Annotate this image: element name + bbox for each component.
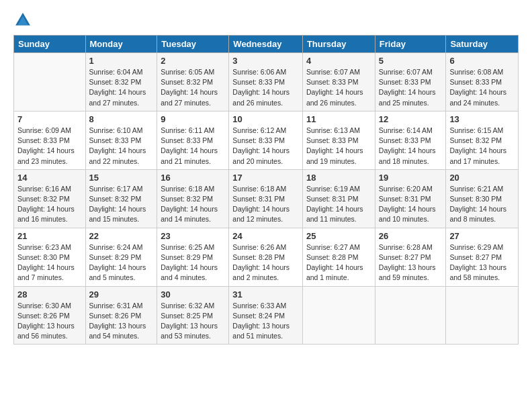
weekday-header-wednesday: Wednesday <box>229 36 303 53</box>
day-number: 2 <box>161 56 225 66</box>
day-number: 17 <box>232 173 299 183</box>
day-number: 3 <box>232 56 299 66</box>
calendar-cell: 14Sunrise: 6:16 AM Sunset: 8:32 PM Dayli… <box>14 169 86 228</box>
logo-icon <box>13 11 32 30</box>
page-header <box>13 11 519 30</box>
calendar-cell: 4Sunrise: 6:07 AM Sunset: 8:33 PM Daylig… <box>302 53 375 111</box>
calendar-cell: 21Sunrise: 6:23 AM Sunset: 8:30 PM Dayli… <box>14 228 86 286</box>
day-info: Sunrise: 6:29 AM Sunset: 8:27 PM Dayligh… <box>449 242 515 283</box>
calendar-cell: 15Sunrise: 6:17 AM Sunset: 8:32 PM Dayli… <box>85 169 157 228</box>
day-info: Sunrise: 6:19 AM Sunset: 8:31 PM Dayligh… <box>306 184 371 225</box>
calendar-cell: 25Sunrise: 6:27 AM Sunset: 8:28 PM Dayli… <box>302 228 375 286</box>
day-info: Sunrise: 6:26 AM Sunset: 8:28 PM Dayligh… <box>232 242 299 283</box>
day-info: Sunrise: 6:30 AM Sunset: 8:26 PM Dayligh… <box>17 301 82 342</box>
calendar-cell <box>302 286 375 345</box>
day-number: 6 <box>449 56 515 66</box>
day-info: Sunrise: 6:32 AM Sunset: 8:25 PM Dayligh… <box>161 301 225 342</box>
day-number: 13 <box>449 114 515 124</box>
calendar-cell: 5Sunrise: 6:07 AM Sunset: 8:33 PM Daylig… <box>375 53 446 111</box>
calendar-cell: 3Sunrise: 6:06 AM Sunset: 8:33 PM Daylig… <box>229 53 303 111</box>
weekday-header-tuesday: Tuesday <box>157 36 229 53</box>
weekday-header-saturday: Saturday <box>446 36 519 53</box>
day-info: Sunrise: 6:07 AM Sunset: 8:33 PM Dayligh… <box>379 67 443 108</box>
day-number: 12 <box>379 114 443 124</box>
weekday-header-sunday: Sunday <box>14 36 86 53</box>
day-info: Sunrise: 6:21 AM Sunset: 8:30 PM Dayligh… <box>449 184 515 225</box>
day-number: 15 <box>89 173 154 183</box>
day-number: 31 <box>232 289 299 300</box>
day-number: 18 <box>306 173 371 183</box>
day-number: 16 <box>161 173 225 183</box>
day-info: Sunrise: 6:13 AM Sunset: 8:33 PM Dayligh… <box>306 126 371 167</box>
day-info: Sunrise: 6:11 AM Sunset: 8:33 PM Dayligh… <box>161 126 225 167</box>
calendar-cell: 28Sunrise: 6:30 AM Sunset: 8:26 PM Dayli… <box>14 286 86 345</box>
calendar-cell <box>375 286 446 345</box>
calendar-cell: 13Sunrise: 6:15 AM Sunset: 8:32 PM Dayli… <box>446 111 519 169</box>
logo <box>13 11 35 30</box>
weekday-header-friday: Friday <box>375 36 446 53</box>
weekday-header-row: SundayMondayTuesdayWednesdayThursdayFrid… <box>14 36 519 53</box>
day-number: 8 <box>89 114 154 124</box>
day-number: 25 <box>306 231 371 241</box>
calendar-cell: 8Sunrise: 6:10 AM Sunset: 8:33 PM Daylig… <box>85 111 157 169</box>
calendar-table: SundayMondayTuesdayWednesdayThursdayFrid… <box>13 35 519 345</box>
calendar-week-4: 21Sunrise: 6:23 AM Sunset: 8:30 PM Dayli… <box>14 228 519 286</box>
day-info: Sunrise: 6:20 AM Sunset: 8:31 PM Dayligh… <box>379 184 443 225</box>
calendar-cell: 10Sunrise: 6:12 AM Sunset: 8:33 PM Dayli… <box>229 111 303 169</box>
day-info: Sunrise: 6:18 AM Sunset: 8:31 PM Dayligh… <box>232 184 299 225</box>
day-number: 27 <box>449 231 515 241</box>
calendar-cell: 27Sunrise: 6:29 AM Sunset: 8:27 PM Dayli… <box>446 228 519 286</box>
calendar-cell: 12Sunrise: 6:14 AM Sunset: 8:33 PM Dayli… <box>375 111 446 169</box>
calendar-cell: 22Sunrise: 6:24 AM Sunset: 8:29 PM Dayli… <box>85 228 157 286</box>
calendar-cell: 20Sunrise: 6:21 AM Sunset: 8:30 PM Dayli… <box>446 169 519 228</box>
calendar-week-5: 28Sunrise: 6:30 AM Sunset: 8:26 PM Dayli… <box>14 286 519 345</box>
day-number: 9 <box>161 114 225 124</box>
calendar-cell: 6Sunrise: 6:08 AM Sunset: 8:33 PM Daylig… <box>446 53 519 111</box>
calendar-cell: 24Sunrise: 6:26 AM Sunset: 8:28 PM Dayli… <box>229 228 303 286</box>
day-info: Sunrise: 6:28 AM Sunset: 8:27 PM Dayligh… <box>379 242 443 283</box>
day-info: Sunrise: 6:08 AM Sunset: 8:33 PM Dayligh… <box>449 67 515 108</box>
day-info: Sunrise: 6:27 AM Sunset: 8:28 PM Dayligh… <box>306 242 371 283</box>
calendar-cell: 16Sunrise: 6:18 AM Sunset: 8:32 PM Dayli… <box>157 169 229 228</box>
calendar-cell <box>446 286 519 345</box>
day-info: Sunrise: 6:05 AM Sunset: 8:32 PM Dayligh… <box>161 67 225 108</box>
calendar-cell: 29Sunrise: 6:31 AM Sunset: 8:26 PM Dayli… <box>85 286 157 345</box>
day-info: Sunrise: 6:24 AM Sunset: 8:29 PM Dayligh… <box>89 242 154 283</box>
day-info: Sunrise: 6:23 AM Sunset: 8:30 PM Dayligh… <box>17 242 82 283</box>
calendar-cell: 19Sunrise: 6:20 AM Sunset: 8:31 PM Dayli… <box>375 169 446 228</box>
day-info: Sunrise: 6:04 AM Sunset: 8:32 PM Dayligh… <box>89 67 154 108</box>
calendar-cell: 11Sunrise: 6:13 AM Sunset: 8:33 PM Dayli… <box>302 111 375 169</box>
calendar-cell: 1Sunrise: 6:04 AM Sunset: 8:32 PM Daylig… <box>85 53 157 111</box>
day-info: Sunrise: 6:31 AM Sunset: 8:26 PM Dayligh… <box>89 301 154 342</box>
day-number: 20 <box>449 173 515 183</box>
day-info: Sunrise: 6:09 AM Sunset: 8:33 PM Dayligh… <box>17 126 82 167</box>
day-info: Sunrise: 6:14 AM Sunset: 8:33 PM Dayligh… <box>379 126 443 167</box>
day-number: 24 <box>232 231 299 241</box>
day-number: 1 <box>89 56 154 66</box>
day-number: 23 <box>161 231 225 241</box>
day-info: Sunrise: 6:16 AM Sunset: 8:32 PM Dayligh… <box>17 184 82 225</box>
day-number: 30 <box>161 289 225 300</box>
calendar-cell: 7Sunrise: 6:09 AM Sunset: 8:33 PM Daylig… <box>14 111 86 169</box>
day-number: 11 <box>306 114 371 124</box>
calendar-cell: 26Sunrise: 6:28 AM Sunset: 8:27 PM Dayli… <box>375 228 446 286</box>
day-info: Sunrise: 6:17 AM Sunset: 8:32 PM Dayligh… <box>89 184 154 225</box>
day-number: 7 <box>17 114 82 124</box>
calendar-cell: 9Sunrise: 6:11 AM Sunset: 8:33 PM Daylig… <box>157 111 229 169</box>
day-number: 14 <box>17 173 82 183</box>
day-info: Sunrise: 6:10 AM Sunset: 8:33 PM Dayligh… <box>89 126 154 167</box>
calendar-cell: 23Sunrise: 6:25 AM Sunset: 8:29 PM Dayli… <box>157 228 229 286</box>
day-info: Sunrise: 6:25 AM Sunset: 8:29 PM Dayligh… <box>161 242 225 283</box>
weekday-header-thursday: Thursday <box>302 36 375 53</box>
day-number: 21 <box>17 231 82 241</box>
day-number: 19 <box>379 173 443 183</box>
day-info: Sunrise: 6:18 AM Sunset: 8:32 PM Dayligh… <box>161 184 225 225</box>
day-number: 26 <box>379 231 443 241</box>
day-number: 29 <box>89 289 154 300</box>
day-info: Sunrise: 6:15 AM Sunset: 8:32 PM Dayligh… <box>449 126 515 167</box>
day-info: Sunrise: 6:06 AM Sunset: 8:33 PM Dayligh… <box>232 67 299 108</box>
calendar-week-1: 1Sunrise: 6:04 AM Sunset: 8:32 PM Daylig… <box>14 53 519 111</box>
day-number: 10 <box>232 114 299 124</box>
calendar-cell: 31Sunrise: 6:33 AM Sunset: 8:24 PM Dayli… <box>229 286 303 345</box>
calendar-cell: 17Sunrise: 6:18 AM Sunset: 8:31 PM Dayli… <box>229 169 303 228</box>
